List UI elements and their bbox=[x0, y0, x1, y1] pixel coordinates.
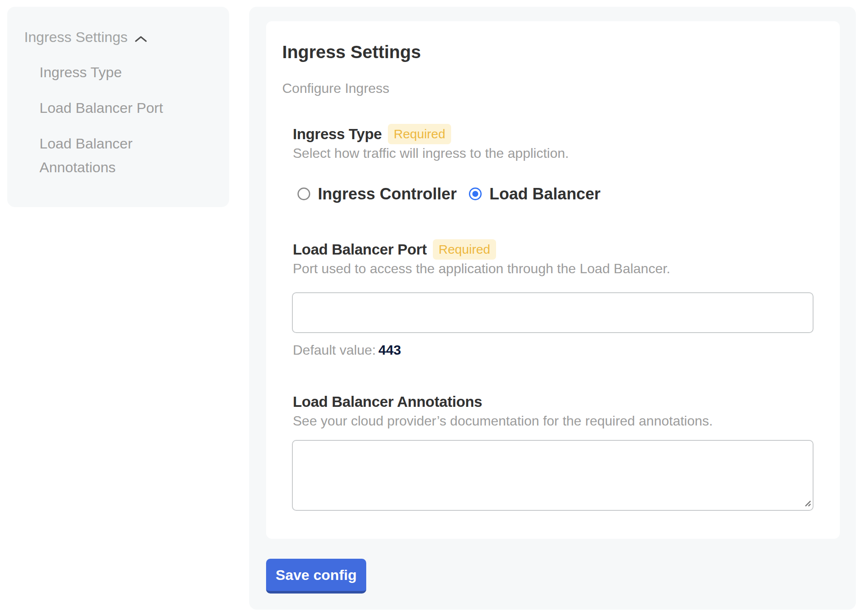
sidebar-item-load-balancer-port[interactable]: Load Balancer Port bbox=[39, 96, 196, 120]
ingress-type-section: Ingress Type Required Select how traffic… bbox=[293, 123, 820, 204]
main-panel: Ingress Settings Configure Ingress Ingre… bbox=[249, 7, 856, 610]
load-balancer-port-label: Load Balancer Port bbox=[293, 239, 427, 260]
load-balancer-port-required-badge: Required bbox=[433, 239, 497, 260]
radio-unchecked-icon[interactable] bbox=[297, 188, 310, 200]
ingress-type-label: Ingress Type bbox=[293, 123, 382, 145]
radio-option-ingress-controller[interactable]: Ingress Controller bbox=[297, 184, 457, 204]
load-balancer-annotations-textarea[interactable] bbox=[292, 440, 814, 511]
sidebar: Ingress Settings Ingress Type Load Balan… bbox=[7, 7, 229, 207]
load-balancer-annotations-label: Load Balancer Annotations bbox=[293, 391, 482, 412]
sidebar-item-load-balancer-annotations[interactable]: Load Balancer Annotations bbox=[39, 132, 196, 179]
ingress-type-description: Select how traffic will ingress to the a… bbox=[293, 143, 820, 163]
sidebar-item-ingress-type[interactable]: Ingress Type bbox=[39, 60, 196, 84]
page-subtitle: Configure Ingress bbox=[282, 78, 820, 98]
settings-card: Ingress Settings Configure Ingress Ingre… bbox=[266, 21, 840, 539]
default-value-note: Default value:443 bbox=[293, 340, 820, 360]
radio-label-load-balancer: Load Balancer bbox=[489, 184, 600, 204]
resize-handle-icon[interactable] bbox=[802, 497, 812, 509]
radio-checked-icon[interactable] bbox=[469, 188, 482, 200]
sidebar-header[interactable]: Ingress Settings bbox=[24, 26, 216, 48]
ingress-type-required-badge: Required bbox=[388, 124, 452, 144]
load-balancer-annotations-section: Load Balancer Annotations See your cloud… bbox=[293, 391, 820, 511]
load-balancer-annotations-description: See your cloud provider’s documentation … bbox=[293, 411, 820, 431]
load-balancer-port-section: Load Balancer Port Required Port used to… bbox=[293, 239, 820, 360]
sidebar-header-label: Ingress Settings bbox=[24, 27, 128, 47]
save-config-button[interactable]: Save config bbox=[266, 559, 366, 594]
sidebar-items: Ingress Type Load Balancer Port Load Bal… bbox=[24, 60, 196, 179]
default-value-label: Default value: bbox=[293, 342, 376, 358]
load-balancer-port-description: Port used to access the application thro… bbox=[293, 258, 820, 279]
page-title: Ingress Settings bbox=[282, 42, 820, 62]
ingress-type-radio-group: Ingress Controller Load Balancer bbox=[293, 184, 820, 204]
chevron-up-icon bbox=[135, 28, 147, 48]
radio-option-load-balancer[interactable]: Load Balancer bbox=[469, 184, 600, 204]
load-balancer-port-input[interactable] bbox=[292, 292, 814, 333]
radio-label-ingress-controller: Ingress Controller bbox=[318, 184, 457, 204]
default-value-number: 443 bbox=[379, 342, 401, 358]
